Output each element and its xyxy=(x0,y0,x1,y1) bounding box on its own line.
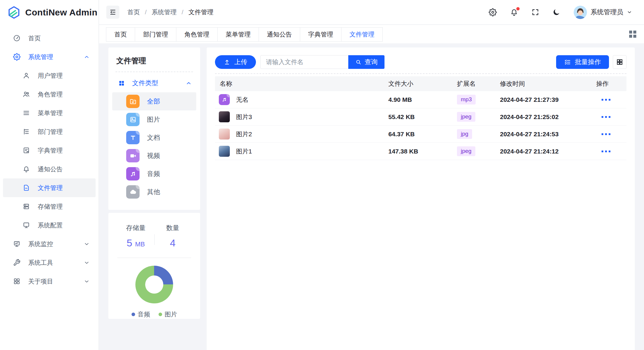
tab-dept[interactable]: 部门管理 xyxy=(135,28,176,41)
batch-operation-button[interactable]: 批量操作 xyxy=(556,55,609,69)
sidebar-item-label: 系统管理 xyxy=(28,53,53,61)
file-type-label: 文档 xyxy=(147,133,160,142)
sidebar-item-label: 文件管理 xyxy=(38,184,63,192)
sidebar-item-system-management[interactable]: 系统管理 xyxy=(0,47,99,66)
sidebar-item-system-monitor[interactable]: 系统监控 xyxy=(0,235,99,253)
table-row[interactable]: 图片1 147.38 KB jpeg 2024-04-27 21:24:12 xyxy=(215,143,626,160)
sidebar-item-notice[interactable]: 通知公告 xyxy=(0,160,99,178)
file-type-audio[interactable]: 音频 xyxy=(112,165,196,183)
sidebar-item-system-config[interactable]: 系统配置 xyxy=(0,216,99,235)
checklist-icon xyxy=(564,59,571,66)
chevron-down-icon xyxy=(84,278,90,284)
sidebar-item-dept-management[interactable]: 部门管理 xyxy=(0,122,99,141)
file-size: 4.90 MB xyxy=(384,96,452,103)
stat-count: 数量 4 xyxy=(154,224,192,249)
tab-home[interactable]: 首页 xyxy=(106,28,135,41)
sidebar-item-label: 系统监控 xyxy=(28,240,53,248)
sidebar-item-label: 字典管理 xyxy=(38,146,63,155)
storage-chart: 音频 图片 xyxy=(117,266,191,319)
tabbar: 首页 部门管理 角色管理 菜单管理 通知公告 字典管理 文件管理 xyxy=(99,25,644,43)
group-label: 文件类型 xyxy=(132,79,158,88)
table-row[interactable]: 无名 4.90 MB mp3 2024-04-27 21:27:39 xyxy=(215,91,626,108)
divider xyxy=(215,73,626,74)
file-type-all[interactable]: 全部 xyxy=(112,92,196,110)
user-menu[interactable]: 系统管理员 xyxy=(574,6,632,19)
gear-icon[interactable] xyxy=(489,8,497,16)
fullscreen-icon[interactable] xyxy=(531,8,539,16)
logo-icon xyxy=(7,6,21,19)
row-actions-button[interactable] xyxy=(591,116,627,118)
query-button[interactable]: 查询 xyxy=(348,55,384,69)
file-type-group-header[interactable]: 文件类型 xyxy=(115,76,193,90)
file-type-video[interactable]: 视频 xyxy=(112,147,196,165)
sidebar-item-label: 菜单管理 xyxy=(38,109,63,117)
gear-icon xyxy=(13,53,20,61)
breadcrumb-item[interactable]: 系统管理 xyxy=(152,8,177,16)
tree-list-icon xyxy=(22,128,30,136)
sidebar-item-dict-management[interactable]: 字典管理 xyxy=(0,141,99,160)
row-actions-button[interactable] xyxy=(591,133,627,135)
sidebar-item-file-management[interactable]: 文件管理 xyxy=(3,178,96,197)
legend-item[interactable]: 图片 xyxy=(159,310,177,319)
breadcrumb-item[interactable]: 文件管理 xyxy=(189,8,213,16)
file-size: 55.42 KB xyxy=(384,113,452,121)
file-type-other[interactable]: 其他 xyxy=(112,183,196,201)
menu-fold-icon[interactable] xyxy=(106,6,119,19)
video-file-icon xyxy=(126,149,140,162)
image-file-icon xyxy=(126,113,140,126)
other-file-icon xyxy=(126,185,140,199)
table-row[interactable]: 图片3 55.42 KB jpeg 2024-04-27 21:25:02 xyxy=(215,108,626,126)
row-actions-button[interactable] xyxy=(591,151,627,152)
modified-time: 2024-04-27 21:25:02 xyxy=(495,113,591,121)
sidebar-item-home[interactable]: 首页 xyxy=(0,29,99,47)
file-type-document[interactable]: 文档 xyxy=(112,129,196,147)
chevron-down-icon xyxy=(627,9,632,15)
tab-actions-grid-icon[interactable] xyxy=(629,31,636,38)
grid-view-button[interactable] xyxy=(613,55,626,69)
search-input[interactable] xyxy=(260,55,348,69)
file-type-label: 全部 xyxy=(147,97,160,106)
column-header: 文件大小 xyxy=(384,80,452,88)
sidebar-item-label: 关于项目 xyxy=(28,277,53,286)
upload-button[interactable]: 上传 xyxy=(215,55,256,69)
sidebar-item-system-tools[interactable]: 系统工具 xyxy=(0,253,99,272)
sidebar-item-about[interactable]: 关于项目 xyxy=(0,272,99,291)
notification-badge xyxy=(516,7,520,10)
file-type-image[interactable]: 图片 xyxy=(112,110,196,129)
breadcrumb-separator: / xyxy=(145,9,147,16)
row-actions-button[interactable] xyxy=(591,99,627,101)
file-type-label: 其他 xyxy=(147,188,160,197)
breadcrumb-item[interactable]: 首页 xyxy=(127,8,140,16)
sidebar-item-role-management[interactable]: 角色管理 xyxy=(0,85,99,104)
moon-icon[interactable] xyxy=(553,8,560,16)
chevron-up-icon xyxy=(84,54,90,60)
sidebar-item-storage-management[interactable]: 存储管理 xyxy=(0,197,99,216)
dictionary-icon xyxy=(22,147,30,154)
sidebar-item-label: 存储管理 xyxy=(38,202,63,211)
sidebar-item-user-management[interactable]: 用户管理 xyxy=(0,66,99,85)
bell-icon[interactable] xyxy=(510,8,518,16)
column-header: 修改时间 xyxy=(495,80,591,88)
file-name: 图片1 xyxy=(236,147,252,156)
divider xyxy=(154,234,155,245)
text-file-icon xyxy=(126,131,140,144)
bell-icon xyxy=(22,165,30,173)
legend-item[interactable]: 音频 xyxy=(132,310,150,319)
tab-role[interactable]: 角色管理 xyxy=(176,28,218,41)
topbar: 首页 / 系统管理 / 文件管理 系统管理员 xyxy=(99,0,644,25)
filter-column: 文件管理 文件类型 全部 xyxy=(108,47,200,319)
sidebar-item-menu-management[interactable]: 菜单管理 xyxy=(0,104,99,122)
file-type-label: 图片 xyxy=(147,115,160,124)
tab-file[interactable]: 文件管理 xyxy=(341,28,382,41)
tab-notice[interactable]: 通知公告 xyxy=(259,28,300,41)
table-row[interactable]: 图片2 64.37 KB jpg 2024-04-27 21:24:53 xyxy=(215,126,626,143)
wrench-icon xyxy=(13,259,20,267)
tab-menu[interactable]: 菜单管理 xyxy=(218,28,259,41)
stat-label: 数量 xyxy=(154,224,192,232)
dashboard-icon xyxy=(13,34,20,42)
modified-time: 2024-04-27 21:24:53 xyxy=(495,131,591,138)
ext-badge: jpeg xyxy=(457,112,475,122)
audio-file-icon xyxy=(126,167,140,180)
apps-icon xyxy=(118,80,125,87)
tab-dict[interactable]: 字典管理 xyxy=(300,28,341,41)
